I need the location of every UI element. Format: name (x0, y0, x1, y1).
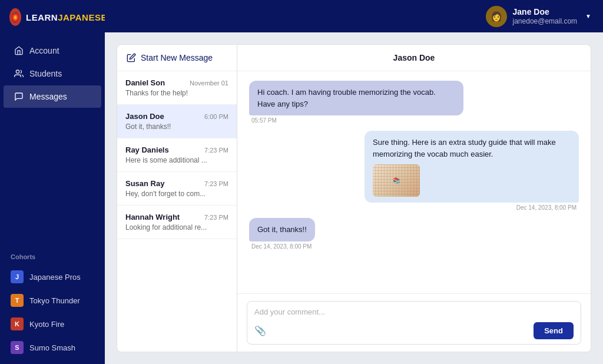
messages-panel: Start New Message Daniel Son November 01… (117, 44, 237, 352)
message-list-item[interactable]: Susan Ray 7:23 PM Hey, don't forget to c… (117, 172, 237, 206)
content-area: Start New Message Daniel Son November 01… (105, 32, 603, 364)
message-container: Sure thing. Here is an extra study guide… (249, 131, 579, 211)
message-bubble-received: Hi coach. I am having trouble memorizing… (249, 81, 463, 115)
main-area: 👩 Jane Doe janedoe@email.com ▼ Start New… (105, 0, 603, 364)
user-menu[interactable]: 👩 Jane Doe janedoe@email.com ▼ (486, 6, 591, 27)
message-sender: Ray Daniels (125, 145, 169, 154)
input-actions: 📎 Send (254, 322, 574, 339)
user-name: Jane Doe (513, 6, 578, 17)
message-preview: Thanks for the help! (125, 89, 228, 97)
chat-header: Jason Doe (237, 45, 591, 71)
image-attachment: 📚 (373, 164, 420, 197)
message-time: 7:23 PM (204, 214, 228, 221)
svg-point-0 (16, 70, 19, 73)
logo-icon: 🏮 (9, 8, 21, 26)
message-bubble-received: Got it, thanks!! (249, 218, 315, 241)
message-list: Daniel Son November 01 Thanks for the he… (117, 71, 237, 352)
attachment-preview: 📚 (373, 164, 420, 197)
main-nav: Account Students Messages (0, 34, 105, 113)
avatar: 👩 (486, 6, 507, 27)
new-message-label: Start New Message (141, 53, 213, 62)
message-list-item[interactable]: Jason Doe 6:00 PM Got it, thanks!! (117, 105, 237, 138)
input-wrapper: 📎 Send (247, 301, 581, 345)
message-bubble-sent: Sure thing. Here is an extra study guide… (365, 131, 579, 203)
message-item-header: Susan Ray 7:23 PM (125, 179, 228, 188)
comment-input[interactable] (254, 307, 574, 316)
message-sender: Jason Doe (125, 112, 164, 121)
top-header: 👩 Jane Doe janedoe@email.com ▼ (105, 0, 603, 32)
message-icon (14, 92, 24, 101)
message-time: November 01 (190, 80, 228, 87)
message-time: 7:23 PM (204, 180, 228, 187)
message-preview: Got it, thanks!! (125, 123, 228, 131)
cohort-badge-tt: T (11, 294, 24, 307)
cohort-item-tokyo-thunder[interactable]: T Tokyo Thunder (0, 289, 105, 312)
message-item-header: Hannah Wright 7:23 PM (125, 213, 228, 221)
message-list-item[interactable]: Ray Daniels 7:23 PM Here is some additio… (117, 138, 237, 172)
message-timestamp: 05:57 PM (249, 117, 279, 124)
message-time: 7:23 PM (204, 147, 228, 154)
message-timestamp: Dec 14, 2023, 8:00 PM (514, 204, 579, 211)
message-sender: Hannah Wright (125, 213, 180, 221)
new-message-button[interactable]: Start New Message (117, 45, 237, 71)
message-preview: Here is some additional ... (125, 156, 228, 164)
users-icon (14, 69, 24, 78)
chat-input-area: 📎 Send (237, 293, 591, 352)
chat-messages: Hi coach. I am having trouble memorizing… (237, 71, 591, 293)
message-list-item[interactable]: Hannah Wright 7:23 PM Looking for additi… (117, 206, 237, 239)
message-container: Hi coach. I am having trouble memorizing… (249, 81, 579, 124)
house-icon (14, 46, 24, 55)
cohort-badge-ss: S (11, 341, 24, 354)
cohort-badge-kf: K (11, 317, 24, 330)
send-button[interactable]: Send (534, 322, 574, 339)
user-details: Jane Doe janedoe@email.com (513, 6, 578, 27)
app-logo: 🏮 LEARNJAPANESE (0, 0, 105, 34)
sidebar-item-messages[interactable]: Messages (4, 85, 101, 108)
message-sender: Susan Ray (125, 179, 164, 188)
message-item-header: Jason Doe 6:00 PM (125, 112, 228, 121)
cohort-item-japanese-pros[interactable]: J Japanese Pros (0, 265, 105, 289)
chat-panel: Jason Doe Hi coach. I am having trouble … (237, 44, 591, 352)
compose-icon (127, 53, 136, 62)
message-preview: Looking for additional re... (125, 223, 228, 231)
cohorts-label: Cohorts (0, 253, 105, 265)
cohort-item-kyoto-fire[interactable]: K Kyoto Fire (0, 312, 105, 336)
message-item-header: Ray Daniels 7:23 PM (125, 145, 228, 154)
message-sender: Daniel Son (125, 78, 165, 87)
message-timestamp: Dec 14, 2023, 8:00 PM (249, 243, 314, 250)
cohorts-section: Cohorts J Japanese Pros T Tokyo Thunder … (0, 246, 105, 364)
message-item-header: Daniel Son November 01 (125, 78, 228, 87)
message-container: Got it, thanks!! Dec 14, 2023, 8:00 PM (249, 218, 579, 250)
sidebar-item-students[interactable]: Students (4, 62, 101, 85)
user-email: janedoe@email.com (513, 17, 578, 27)
chevron-down-icon: ▼ (585, 13, 591, 19)
message-preview: Hey, don't forget to com... (125, 190, 228, 198)
sidebar-item-account[interactable]: Account (4, 39, 101, 62)
logo-text: LEARNJAPANESE (26, 12, 107, 22)
attach-icon[interactable]: 📎 (254, 325, 266, 336)
cohort-badge-jp: J (11, 270, 24, 283)
sidebar: 🏮 LEARNJAPANESE Account Students (0, 0, 105, 364)
message-list-item[interactable]: Daniel Son November 01 Thanks for the he… (117, 71, 237, 105)
message-time: 6:00 PM (204, 113, 228, 120)
cohort-item-sumo-smash[interactable]: S Sumo Smash (0, 336, 105, 359)
